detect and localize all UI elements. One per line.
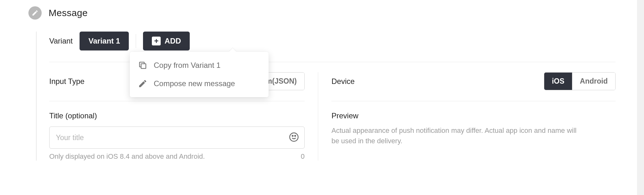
title-help-text: Only displayed on iOS 8.4 and above and … [49, 152, 296, 161]
preview-description: Actual appearance of push notification m… [331, 125, 578, 146]
pencil-icon [28, 6, 42, 20]
svg-point-3 [295, 135, 295, 136]
device-segmented: iOS Android [544, 72, 616, 90]
menu-item-label: Copy from Variant 1 [154, 61, 221, 70]
menu-item-label: Compose new message [154, 79, 235, 88]
variant-row: Variant Variant 1 + ADD Copy from Varian… [49, 32, 616, 50]
variant-tab-label: Variant 1 [88, 37, 120, 45]
device-android-button[interactable]: Android [572, 73, 615, 90]
page-title: Message [49, 8, 88, 18]
divider [331, 101, 616, 101]
scrollbar-track[interactable] [637, 0, 644, 195]
device-ios-button[interactable]: iOS [544, 73, 572, 90]
divider [49, 101, 305, 101]
preview-label: Preview [331, 111, 616, 120]
device-row: Device iOS Android [331, 72, 616, 90]
pencil-icon [138, 79, 147, 88]
copy-icon [138, 61, 147, 70]
plus-icon: + [152, 37, 161, 45]
title-input[interactable] [49, 127, 305, 149]
variant-label: Variant [49, 37, 73, 45]
title-char-count: 0 [301, 152, 305, 161]
device-label: Device [331, 77, 355, 86]
page-header: Message [28, 6, 616, 20]
svg-point-1 [290, 133, 298, 141]
emoji-picker-button[interactable] [288, 131, 300, 145]
add-variant-button[interactable]: + ADD [143, 32, 190, 50]
menu-copy-from-variant[interactable]: Copy from Variant 1 [130, 56, 269, 74]
svg-rect-0 [141, 64, 146, 68]
input-type-label: Input Type [49, 77, 85, 86]
divider [136, 34, 136, 48]
svg-point-2 [292, 135, 293, 136]
add-button-label: ADD [164, 37, 181, 45]
add-variant-menu: Copy from Variant 1 Compose new message [130, 52, 269, 97]
menu-compose-new[interactable]: Compose new message [130, 74, 269, 93]
variant-tab-1[interactable]: Variant 1 [80, 32, 129, 50]
title-field-label: Title (optional) [49, 111, 305, 120]
smiley-icon [289, 132, 299, 142]
